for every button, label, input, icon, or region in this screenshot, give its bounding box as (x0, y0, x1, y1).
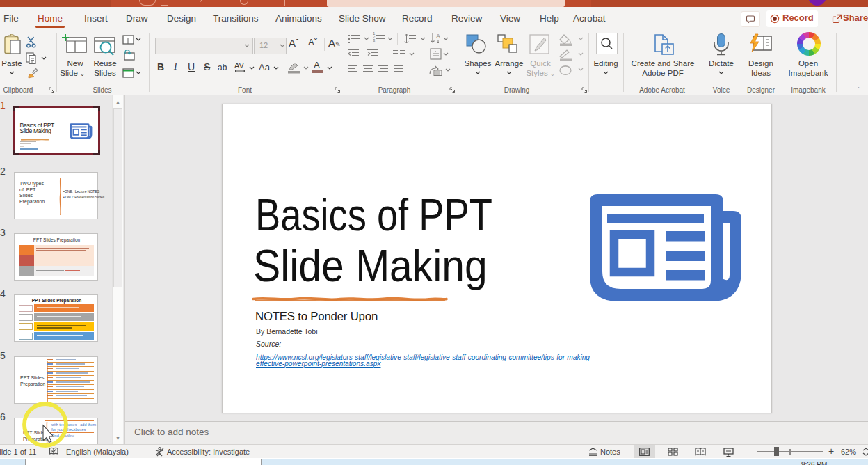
svg-text:A: A (436, 33, 440, 40)
svg-text:AV: AV (234, 61, 245, 70)
